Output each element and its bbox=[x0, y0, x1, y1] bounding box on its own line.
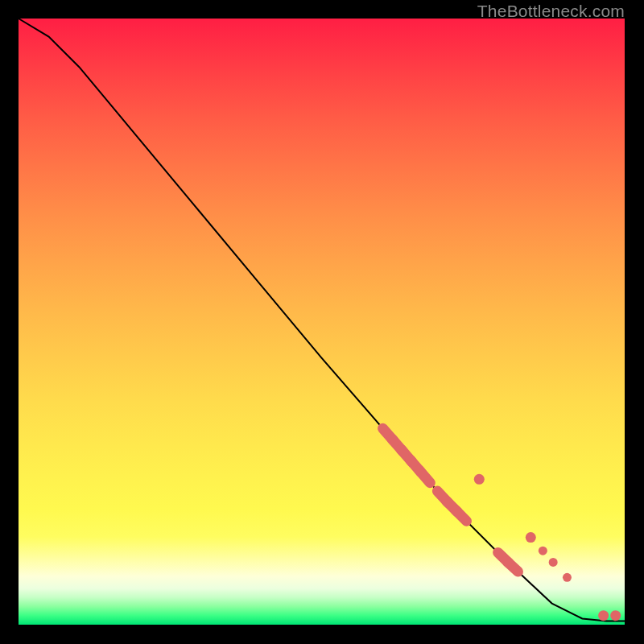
chart-overlay bbox=[19, 19, 625, 625]
marker-group-pill bbox=[383, 428, 518, 572]
curve-marker-dot bbox=[549, 558, 558, 567]
curve-marker-dot bbox=[563, 573, 572, 582]
curve-marker-dot bbox=[598, 610, 609, 621]
curve-marker-dot bbox=[474, 474, 485, 485]
curve-marker-pill bbox=[507, 561, 518, 572]
curve-marker-dot bbox=[526, 532, 536, 543]
curve-marker-pill bbox=[456, 510, 467, 522]
curve-marker-dot bbox=[610, 610, 621, 621]
curve-marker-pill bbox=[419, 470, 431, 483]
bottleneck-curve bbox=[19, 19, 625, 621]
curve-marker-dot bbox=[539, 547, 547, 555]
